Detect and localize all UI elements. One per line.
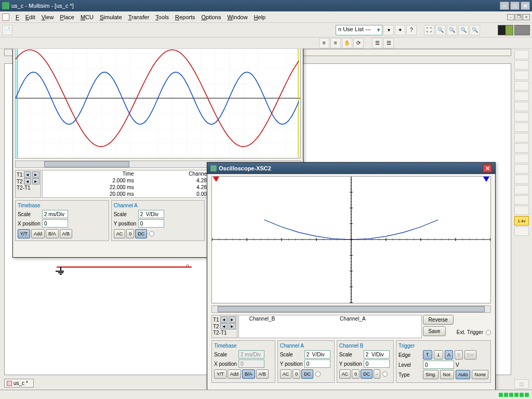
mdi-close[interactable]: × xyxy=(523,14,530,20)
zoom-page-icon[interactable]: 🔍 xyxy=(470,25,480,35)
rotate-icon[interactable]: ⟳ xyxy=(353,38,364,48)
close-button[interactable]: ✕ xyxy=(521,2,530,10)
xsc1-ba-button[interactable]: B/A xyxy=(46,229,59,238)
mdi-restore[interactable]: ❐ xyxy=(515,14,522,20)
xsc1-tb-scale-input[interactable] xyxy=(42,210,68,218)
comp-freq-icon[interactable] xyxy=(514,112,529,122)
mdi-minimize[interactable]: - xyxy=(507,14,514,20)
comp-4ch-scope-icon[interactable] xyxy=(514,91,529,101)
xsc2-chb-scale-input[interactable] xyxy=(364,350,390,358)
xsc2-save-button[interactable]: Save xyxy=(423,326,446,336)
xsc2-chb-0-button[interactable]: 0 xyxy=(352,369,360,379)
xsc2-close-button[interactable]: ✕ xyxy=(483,164,492,172)
trig-level-input[interactable] xyxy=(423,361,454,369)
xsc1-cha-ac-button[interactable]: AC xyxy=(114,229,126,238)
comp-lock-icon[interactable]: ⬚ xyxy=(514,379,529,389)
xsc2-cha-0-button[interactable]: 0 xyxy=(292,369,300,379)
zoom-fit-icon[interactable]: ⛶ xyxy=(424,25,434,35)
xsc2-cha-scale-input[interactable] xyxy=(304,350,330,358)
xsc1-yt-button[interactable]: Y/T xyxy=(18,229,30,238)
xsc1-cha-scale-input[interactable] xyxy=(138,210,164,218)
menu-transfer[interactable]: Transfer xyxy=(125,13,153,21)
menu-place[interactable]: Place xyxy=(57,13,77,21)
menu-window[interactable]: Window xyxy=(224,13,250,21)
comp-fngen-icon[interactable] xyxy=(514,60,529,70)
xsc2-scrollbar[interactable] xyxy=(211,305,491,313)
xsc1-cha-0-button[interactable]: 0 xyxy=(126,229,134,238)
xsc2-cha-ypos-input[interactable] xyxy=(304,360,330,368)
xsc2-cha-dc-button[interactable]: DC xyxy=(301,369,313,379)
xsc2-reverse-button[interactable]: Reverse xyxy=(423,315,454,325)
help-icon[interactable]: ? xyxy=(406,25,417,35)
trig-a-button[interactable]: A xyxy=(445,350,453,360)
t2-right-button[interactable]: ► xyxy=(32,178,39,184)
align-right-icon[interactable]: ≡ xyxy=(330,38,341,48)
trig-b-button[interactable]: B xyxy=(455,350,463,360)
trig-none-button[interactable]: None xyxy=(472,370,488,379)
comp-probe-icon[interactable]: 1.4v xyxy=(514,216,529,225)
sim-pause-switch[interactable] xyxy=(514,25,530,35)
align-left-icon[interactable]: ≡ xyxy=(319,38,329,48)
sim-run-switch[interactable] xyxy=(498,25,513,35)
xsc2-t2-marker[interactable] xyxy=(483,177,489,182)
xsc1-ab-button[interactable]: A/B xyxy=(60,229,73,238)
comp-wattmeter-icon[interactable] xyxy=(514,71,529,80)
trig-ext-button[interactable]: Ext xyxy=(464,350,476,360)
menu-tools[interactable]: Tools xyxy=(152,13,172,21)
wand-icon[interactable]: ✦ xyxy=(395,25,405,35)
list2-icon[interactable]: ☰ xyxy=(383,38,394,48)
menu-mcu[interactable]: MCU xyxy=(77,13,97,21)
comp-spec-icon[interactable] xyxy=(514,175,529,184)
t2-left-button[interactable]: ◄ xyxy=(24,178,31,184)
zoom-out-icon[interactable]: 🔍 xyxy=(447,25,457,35)
xsc1-add-button[interactable]: Add xyxy=(31,229,45,238)
xsc2-ba-button[interactable]: B/A xyxy=(242,369,255,379)
xsc1-cha-dc-button[interactable]: DC xyxy=(135,229,147,238)
comp-la-icon[interactable] xyxy=(514,143,529,153)
maximize-button[interactable]: □ xyxy=(510,2,520,10)
menu-file[interactable]: F xyxy=(12,13,22,21)
xsc2-t1-left-button[interactable]: ◄ xyxy=(220,316,228,323)
xsc2-t1-marker[interactable] xyxy=(213,177,219,182)
xsc1-screen[interactable] xyxy=(15,49,301,158)
comp-net-icon[interactable] xyxy=(514,185,529,194)
xsc2-titlebar[interactable]: Oscilloscope-XSC2 ✕ xyxy=(207,163,495,174)
xsc2-cha-ac-button[interactable]: AC xyxy=(280,369,292,379)
minimize-button[interactable]: − xyxy=(500,2,509,10)
trig-fall-button[interactable]: ⤓ xyxy=(434,350,443,360)
hand-icon[interactable]: ✋ xyxy=(342,38,352,48)
menu-edit[interactable]: Edit xyxy=(22,13,38,21)
xsc1-cha-ypos-input[interactable] xyxy=(138,219,164,228)
document-tab[interactable]: us_c * xyxy=(4,379,34,388)
comp-scope-icon[interactable] xyxy=(514,81,529,90)
xsc2-yt-button[interactable]: Y/T xyxy=(214,369,227,379)
comp-bode-icon[interactable] xyxy=(514,102,529,111)
new-button[interactable]: 📄 xyxy=(2,25,12,35)
comp-dist-icon[interactable] xyxy=(514,164,529,174)
xsc2-t1-right-button[interactable]: ► xyxy=(229,316,236,323)
trig-sing-button[interactable]: Sing. xyxy=(423,370,439,379)
xsc2-t2-right-button[interactable]: ► xyxy=(229,323,236,329)
nav-down-icon[interactable]: ▾ xyxy=(383,25,394,35)
comp-labview-icon[interactable] xyxy=(514,227,529,236)
xsc2-chb-neg-button[interactable]: - xyxy=(374,369,380,379)
menu-options[interactable]: Options xyxy=(198,13,224,21)
xsc2-add-button[interactable]: Add xyxy=(228,369,241,379)
trig-nor-button[interactable]: Nor. xyxy=(440,370,454,379)
comp-multimeter-icon[interactable] xyxy=(514,50,529,59)
trig-auto-button[interactable]: Auto xyxy=(456,370,471,379)
trig-rise-button[interactable]: ⤒ xyxy=(423,350,432,360)
menu-view[interactable]: View xyxy=(38,13,57,21)
comp-logic-icon[interactable] xyxy=(514,133,529,142)
menu-reports[interactable]: Reports xyxy=(172,13,198,21)
xsc2-ab-button[interactable]: A/B xyxy=(256,369,269,379)
comp-tek-icon[interactable] xyxy=(514,206,529,215)
comp-agilent-icon[interactable] xyxy=(514,195,529,205)
menu-simulate[interactable]: Simulate xyxy=(97,13,125,21)
zoom-in-icon[interactable]: 🔍 xyxy=(435,25,446,35)
t1-left-button[interactable]: ◄ xyxy=(24,171,31,178)
t1-right-button[interactable]: ► xyxy=(32,171,39,178)
menu-help[interactable]: Help xyxy=(251,13,269,21)
oscilloscope-xsc2[interactable]: Oscilloscope-XSC2 ✕ T1◄► T2◄► xyxy=(207,162,496,390)
zoom-area-icon[interactable]: 🔍 xyxy=(458,25,469,35)
